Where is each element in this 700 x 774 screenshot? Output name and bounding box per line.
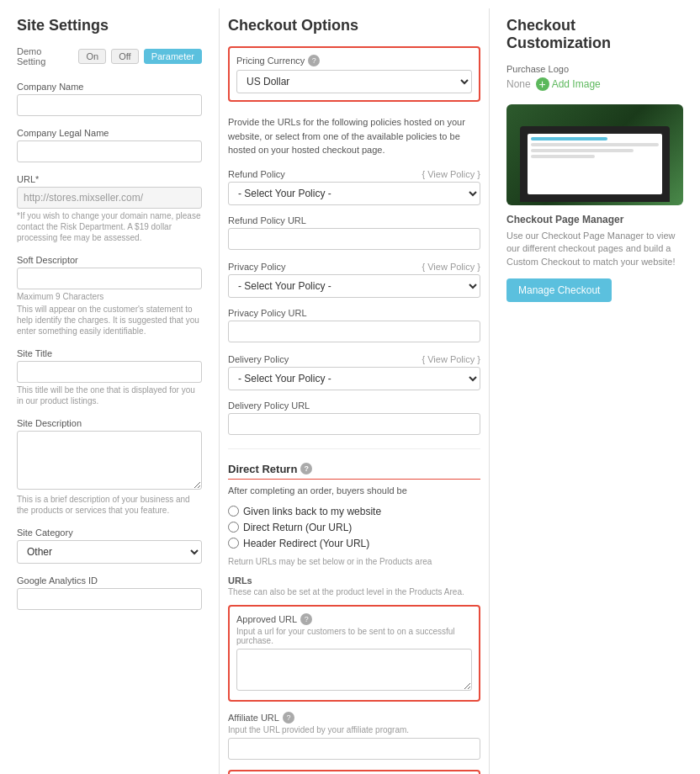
privacy-policy-url-input[interactable] bbox=[228, 321, 480, 342]
checkout-page-manager-desc: Use our Checkout Page Manager to view ou… bbox=[506, 230, 683, 268]
google-analytics-label: Google Analytics ID bbox=[17, 575, 202, 586]
direct-return-label-text: Direct Return bbox=[228, 463, 297, 475]
toggle-off-button[interactable]: Off bbox=[111, 49, 138, 64]
affiliate-url-group: Affiliate URL ? Input the URL provided b… bbox=[228, 712, 480, 760]
refund-policy-url-input[interactable] bbox=[228, 228, 480, 250]
laptop-screen-inner bbox=[528, 134, 663, 194]
privacy-policy-select[interactable]: - Select Your Policy - bbox=[228, 274, 480, 298]
screen-line-1 bbox=[531, 143, 660, 146]
url-input[interactable] bbox=[17, 187, 202, 209]
pricing-currency-select[interactable]: US Dollar Euro British Pound Canadian Do… bbox=[236, 70, 472, 93]
urls-section-label: URLs bbox=[228, 575, 480, 586]
company-name-label: Company Name bbox=[17, 82, 202, 92]
affiliate-url-label-row: Affiliate URL ? bbox=[228, 712, 480, 724]
site-description-textarea[interactable] bbox=[17, 431, 202, 490]
site-title-hint: This title will be the one that is displ… bbox=[17, 384, 202, 406]
toggle-on-button[interactable]: On bbox=[78, 49, 106, 64]
soft-descriptor-group: Soft Descriptor Maximum 9 Characters Thi… bbox=[17, 255, 202, 337]
add-image-button[interactable]: + Add Image bbox=[536, 77, 601, 91]
direct-return-help-icon[interactable]: ? bbox=[300, 463, 312, 474]
section-divider bbox=[228, 448, 480, 449]
delivery-policy-url-label: Delivery Policy URL bbox=[228, 400, 480, 411]
affiliate-url-help-icon[interactable]: ? bbox=[283, 712, 294, 724]
url-group: URL* *If you wish to change your domain … bbox=[17, 174, 202, 243]
radio-direct-return-input[interactable] bbox=[228, 522, 239, 533]
pricing-currency-help-icon[interactable]: ? bbox=[308, 55, 320, 66]
checkout-page-manager-label: Checkout Page Manager bbox=[506, 214, 683, 225]
purchase-logo-label: Purchase Logo bbox=[506, 64, 683, 74]
refund-policy-label: Refund Policy bbox=[228, 169, 285, 179]
radio-header-redirect-input[interactable] bbox=[228, 538, 239, 549]
affiliate-url-label-text: Affiliate URL bbox=[228, 713, 279, 723]
site-category-select[interactable]: Other Technology Fashion Food Health bbox=[17, 540, 202, 564]
radio-header-redirect-label[interactable]: Header Redirect (Your URL) bbox=[243, 538, 369, 549]
direct-return-label-row: Direct Return ? bbox=[228, 463, 480, 480]
delivery-policy-url-input[interactable] bbox=[228, 413, 480, 435]
pricing-currency-label-row: Pricing Currency ? bbox=[236, 55, 472, 66]
laptop-preview bbox=[506, 104, 683, 205]
soft-descriptor-hint1: Maximum 9 Characters bbox=[17, 291, 202, 302]
affiliate-url-hint: Input the URL provided by your affiliate… bbox=[228, 725, 480, 734]
delivery-policy-select[interactable]: - Select Your Policy - bbox=[228, 367, 480, 390]
privacy-view-policy-link[interactable]: { View Policy } bbox=[422, 262, 480, 272]
secret-word-box: Secret Word You should change this to yo… bbox=[228, 770, 480, 774]
site-description-hint: This is a brief description of your busi… bbox=[17, 494, 202, 516]
refund-policy-header: Refund Policy { View Policy } bbox=[228, 169, 480, 179]
screen-line-3 bbox=[531, 155, 595, 158]
checkout-customization-title: Checkout Customization bbox=[506, 17, 683, 52]
radio-direct-return-label[interactable]: Direct Return (Our URL) bbox=[243, 522, 352, 533]
approved-url-textarea[interactable] bbox=[236, 649, 472, 691]
refund-policy-select[interactable]: - Select Your Policy - bbox=[228, 182, 480, 205]
company-name-group: Company Name bbox=[17, 82, 202, 116]
refund-policy-url-label: Refund Policy URL bbox=[228, 215, 480, 225]
refund-view-policy-link[interactable]: { View Policy } bbox=[422, 169, 480, 179]
toggle-parameter-button[interactable]: Parameter bbox=[144, 49, 202, 64]
radio-given-links-input[interactable] bbox=[228, 506, 239, 517]
checkout-customization-column: Checkout Customization Purchase Logo Non… bbox=[498, 8, 692, 774]
urls-hint: These can also be set at the product lev… bbox=[228, 587, 480, 596]
approved-url-label-text: Approved URL bbox=[236, 614, 297, 624]
pricing-currency-box: Pricing Currency ? US Dollar Euro Britis… bbox=[228, 46, 480, 102]
site-description-group: Site Description This is a brief descrip… bbox=[17, 418, 202, 516]
refund-policy-row: Refund Policy { View Policy } - Select Y… bbox=[228, 169, 480, 205]
soft-descriptor-hint2: This will appear on the customer's state… bbox=[17, 304, 202, 337]
add-image-label: Add Image bbox=[552, 78, 601, 90]
delivery-view-policy-link[interactable]: { View Policy } bbox=[422, 354, 480, 364]
approved-url-hint: Input a url for your customers to be sen… bbox=[236, 627, 472, 645]
affiliate-url-input[interactable] bbox=[228, 738, 480, 760]
company-legal-name-group: Company Legal Name bbox=[17, 128, 202, 162]
privacy-policy-row: Privacy Policy { View Policy } - Select … bbox=[228, 262, 480, 298]
delivery-policy-header: Delivery Policy { View Policy } bbox=[228, 354, 480, 364]
radio-given-links-label[interactable]: Given links back to my website bbox=[243, 506, 381, 517]
privacy-policy-header: Privacy Policy { View Policy } bbox=[228, 262, 480, 272]
manage-checkout-button[interactable]: Manage Checkout bbox=[506, 278, 612, 302]
add-circle-icon: + bbox=[536, 77, 549, 91]
google-analytics-input[interactable] bbox=[17, 588, 202, 610]
soft-descriptor-label: Soft Descriptor bbox=[17, 255, 202, 265]
site-title-group: Site Title This title will be the one th… bbox=[17, 348, 202, 406]
url-hint: *If you wish to change your domain name,… bbox=[17, 210, 202, 243]
privacy-policy-url-group: Privacy Policy URL bbox=[228, 308, 480, 342]
demo-setting-row: Demo Setting On Off Parameter bbox=[17, 46, 202, 66]
approved-url-help-icon[interactable]: ? bbox=[300, 613, 312, 625]
radio-direct-return: Direct Return (Our URL) bbox=[228, 522, 480, 533]
company-legal-name-label: Company Legal Name bbox=[17, 128, 202, 138]
url-label: URL* bbox=[17, 174, 202, 184]
refund-policy-url-group: Refund Policy URL bbox=[228, 215, 480, 250]
none-text: None bbox=[506, 78, 531, 90]
company-legal-name-input[interactable] bbox=[17, 140, 202, 162]
delivery-policy-row: Delivery Policy { View Policy } - Select… bbox=[228, 354, 480, 390]
checkout-options-column: Checkout Options Pricing Currency ? US D… bbox=[219, 8, 490, 774]
site-category-label: Site Category bbox=[17, 527, 202, 538]
privacy-policy-url-label: Privacy Policy URL bbox=[228, 308, 480, 318]
site-settings-title: Site Settings bbox=[17, 17, 202, 34]
checkout-options-title: Checkout Options bbox=[228, 17, 480, 34]
soft-descriptor-input[interactable] bbox=[17, 268, 202, 289]
site-title-input[interactable] bbox=[17, 361, 202, 383]
laptop-screen bbox=[520, 126, 671, 202]
company-name-input[interactable] bbox=[17, 94, 202, 116]
return-urls-note: Return URLs may be set below or in the P… bbox=[228, 556, 480, 567]
delivery-policy-url-group: Delivery Policy URL bbox=[228, 400, 480, 435]
privacy-policy-label: Privacy Policy bbox=[228, 262, 285, 272]
site-settings-column: Site Settings Demo Setting On Off Parame… bbox=[8, 8, 210, 774]
